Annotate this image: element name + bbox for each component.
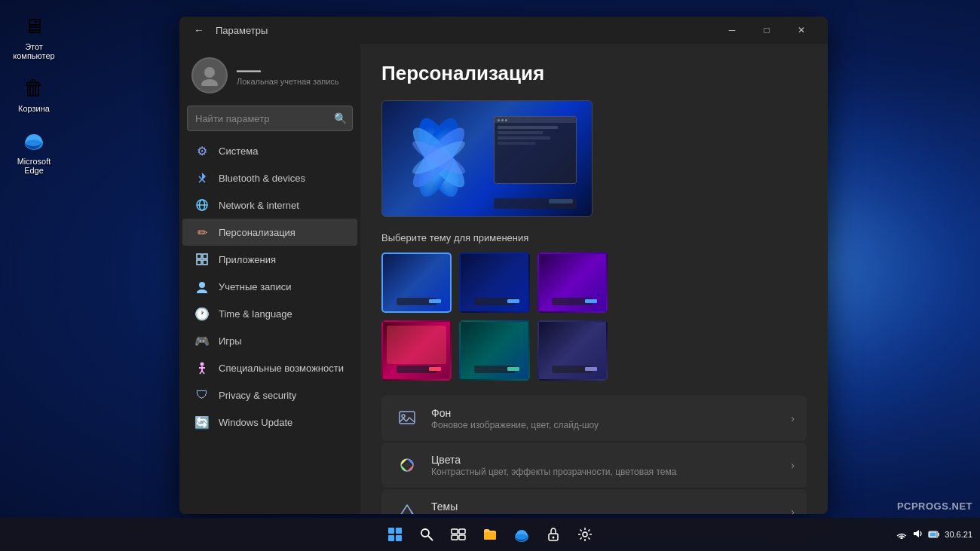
taskbar-right: 30.6.21 — [895, 527, 972, 543]
theme-mini-btn-2 — [507, 299, 519, 303]
settings-item-colors[interactable]: Цвета Контрастный цвет, эффекты прозрачн… — [381, 442, 807, 488]
background-arrow: › — [791, 412, 795, 424]
theme-option-5[interactable] — [459, 320, 529, 381]
search-icon[interactable]: 🔍 — [334, 112, 347, 124]
colors-icon — [394, 452, 421, 479]
theme-option-2[interactable] — [459, 253, 529, 313]
taskbar-taskview-icon[interactable] — [445, 521, 472, 548]
search-input[interactable] — [187, 106, 353, 131]
sidebar-label-gaming: Игры — [219, 335, 242, 347]
desktop-icon-computer[interactable]: 🖥 Этот компьютер — [8, 8, 60, 63]
themes-title: Темы — [431, 500, 791, 513]
svg-point-47 — [901, 537, 902, 539]
settings-item-background[interactable]: Фон Фоновое изображение, цвет, слайд-шоу… — [381, 396, 807, 441]
page-title: Персонализация — [381, 62, 807, 85]
taskbar-explorer-icon[interactable] — [476, 521, 504, 548]
accessibility-icon — [194, 360, 210, 375]
taskbar-search-icon[interactable] — [413, 521, 440, 548]
theme-option-3[interactable] — [537, 253, 608, 313]
taskbar: 30.6.21 — [0, 518, 980, 551]
background-text: Фон Фоновое изображение, цвет, слайд-шоу — [431, 407, 791, 430]
sidebar-item-system[interactable]: ⚙ Система — [182, 137, 357, 164]
personalization-icon: ✏ — [194, 225, 210, 240]
taskbar-lock-icon[interactable] — [540, 521, 567, 548]
sidebar-item-personalization[interactable]: ✏ Персонализация — [182, 219, 357, 246]
svg-point-13 — [199, 282, 205, 288]
sidebar-item-privacy[interactable]: 🛡 Privacy & security — [182, 381, 357, 409]
sidebar-label-system: Система — [219, 145, 258, 157]
taskbar-settings-icon[interactable] — [571, 521, 599, 548]
svg-point-36 — [421, 529, 429, 537]
sidebar-item-update[interactable]: 🔄 Windows Update — [182, 409, 357, 436]
window-controls: ─ □ ✕ — [715, 18, 819, 42]
theme-mini-btn-1 — [429, 299, 441, 303]
user-info: ━━━━ Локальная учетная запись — [237, 66, 339, 86]
theme-mini-btn-4 — [429, 367, 441, 371]
maximize-button[interactable]: □ — [749, 18, 784, 42]
taskbar-center — [381, 521, 599, 548]
sidebar-label-update: Windows Update — [219, 417, 292, 428]
svg-point-15 — [201, 363, 204, 366]
themes-icon — [394, 498, 421, 514]
sidebar-item-accounts[interactable]: Учетные записи — [182, 273, 357, 300]
title-bar: ← Параметры ─ □ ✕ — [179, 17, 828, 44]
minimize-button[interactable]: ─ — [715, 18, 749, 42]
sidebar-label-personalization: Персонализация — [219, 227, 296, 238]
nav-list: ⚙ Система Bluetooth & devices — [179, 137, 360, 436]
network-icon — [194, 197, 210, 213]
sidebar-item-time[interactable]: 🕐 Time & language — [182, 300, 357, 327]
close-button[interactable]: ✕ — [784, 18, 819, 42]
theme-mini-btn-6 — [585, 367, 597, 371]
svg-line-19 — [202, 371, 204, 374]
background-icon — [394, 405, 421, 432]
desktop-icon-edge[interactable]: Microsoft Edge — [8, 122, 60, 178]
theme-option-1[interactable] — [381, 253, 452, 313]
taskbar-sound-sys-icon[interactable] — [911, 527, 924, 543]
user-profile[interactable]: ━━━━ Локальная учетная запись — [179, 50, 360, 106]
svg-rect-40 — [452, 535, 458, 540]
theme-option-4[interactable] — [381, 320, 452, 381]
settings-item-themes[interactable]: Темы Установка, создание, управление › — [381, 489, 807, 514]
taskbar-network-sys-icon[interactable] — [895, 527, 908, 543]
preview-window-mockup — [494, 116, 577, 184]
taskbar-time[interactable]: 30.6.21 — [945, 530, 972, 539]
sidebar-item-accessibility[interactable]: Специальные возможности — [182, 354, 357, 381]
svg-rect-33 — [396, 528, 402, 534]
svg-point-27 — [402, 415, 405, 418]
edge-icon — [19, 125, 49, 155]
edge-label: Microsoft Edge — [17, 157, 51, 175]
sidebar-item-gaming[interactable]: 🎮 Игры — [182, 327, 357, 354]
settings-window: ← Параметры ─ □ ✕ — [179, 17, 828, 514]
computer-icon: 🖥 — [19, 11, 49, 41]
desktop: 🖥 Этот компьютер 🗑 Корзина Microsoft Edg… — [0, 0, 980, 551]
svg-point-45 — [553, 537, 555, 539]
sidebar-item-network[interactable]: Network & internet — [182, 191, 357, 219]
themes-subtitle: Установка, создание, управление — [431, 513, 791, 515]
sidebar-label-time: Time & language — [219, 308, 292, 320]
svg-point-2 — [204, 67, 215, 78]
watermark: PCPROGS.NET — [897, 500, 972, 512]
desktop-icon-recycle[interactable]: 🗑 Корзина — [8, 69, 60, 116]
user-avatar — [191, 57, 228, 93]
svg-rect-41 — [459, 535, 465, 540]
sidebar-item-bluetooth[interactable]: Bluetooth & devices — [182, 164, 357, 191]
preview-taskbar-mockup — [494, 198, 577, 209]
background-subtitle: Фоновое изображение, цвет, слайд-шоу — [431, 420, 791, 430]
svg-rect-11 — [197, 260, 201, 265]
sidebar-label-accounts: Учетные записи — [219, 281, 291, 292]
svg-rect-38 — [452, 529, 458, 534]
theme-option-6[interactable] — [537, 320, 608, 381]
gaming-icon: 🎮 — [194, 333, 210, 348]
taskbar-edge-icon[interactable] — [508, 521, 535, 548]
user-name: ━━━━ — [237, 66, 339, 77]
sidebar-label-privacy: Privacy & security — [219, 390, 296, 401]
taskbar-start-icon[interactable] — [381, 521, 409, 548]
background-title: Фон — [431, 407, 791, 419]
sidebar-label-network: Network & internet — [219, 200, 299, 211]
desktop-icons: 🖥 Этот компьютер 🗑 Корзина Microsoft Edg… — [8, 8, 60, 178]
search-box: 🔍 — [187, 106, 353, 131]
time-icon: 🕐 — [194, 306, 210, 321]
back-button[interactable]: ← — [188, 20, 210, 41]
taskbar-battery-sys-icon[interactable] — [926, 527, 942, 542]
sidebar-item-apps[interactable]: Приложения — [182, 246, 357, 273]
